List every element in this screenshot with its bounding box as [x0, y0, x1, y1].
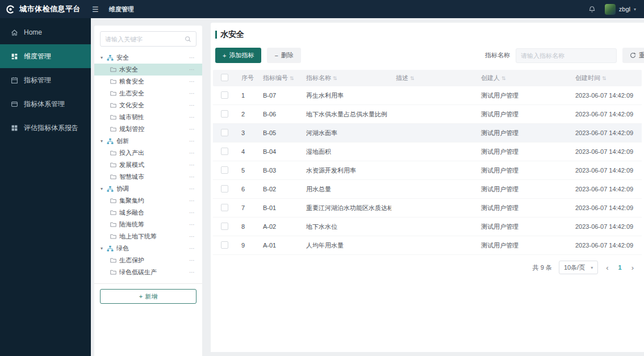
- tree-item[interactable]: 文化安全⋯: [94, 99, 202, 111]
- more-icon[interactable]: ⋯: [189, 210, 195, 216]
- sidebar: Home维度管理指标管理指标体系管理评估指标体系报告: [0, 18, 91, 356]
- more-icon[interactable]: ⋯: [189, 102, 195, 108]
- sort-icon[interactable]: ⇅: [290, 76, 294, 81]
- table-row[interactable]: 4B-04湿地面积测试用户管理2023-06-07 14:42:09: [213, 143, 642, 161]
- more-icon[interactable]: ⋯: [189, 186, 195, 192]
- tree-item[interactable]: 智慧城市⋯: [94, 171, 202, 183]
- page-size-select[interactable]: 10条/页 ▾: [559, 261, 598, 274]
- sidebar-item-indicator-system-management[interactable]: 指标体系管理: [0, 92, 91, 116]
- column-header-desc[interactable]: 描述⇅: [391, 74, 476, 82]
- sidebar-item-dimension-management[interactable]: 维度管理: [0, 44, 91, 68]
- cell-creator: 测试用户管理: [476, 129, 571, 137]
- user-menu[interactable]: zbgl ▾: [605, 4, 636, 15]
- caret-down-icon[interactable]: ▾: [99, 186, 104, 191]
- tree-item[interactable]: 城市韧性⋯: [94, 111, 202, 123]
- tree-item[interactable]: 绿色低碳生产⋯: [94, 266, 202, 278]
- caret-down-icon[interactable]: ▾: [99, 55, 104, 60]
- row-checkbox[interactable]: [221, 129, 228, 136]
- page-number-1[interactable]: 1: [617, 264, 624, 271]
- column-header-creator[interactable]: 创建人⇅: [476, 74, 571, 82]
- more-icon[interactable]: ⋯: [189, 150, 195, 156]
- sidebar-item-home[interactable]: Home: [0, 20, 91, 44]
- more-icon[interactable]: ⋯: [189, 66, 195, 73]
- row-checkbox[interactable]: [221, 110, 228, 118]
- caret-down-icon[interactable]: ▾: [99, 139, 104, 144]
- indicator-name-input[interactable]: [516, 48, 617, 63]
- table-row[interactable]: 7B-01重要江河湖泊水功能区水质达标率测试用户管理2023-06-07 14:…: [213, 199, 642, 217]
- tree-item[interactable]: 规划管控⋯: [94, 123, 202, 135]
- breadcrumb[interactable]: 维度管理: [109, 5, 134, 14]
- tree-item[interactable]: 生态安全⋯: [94, 87, 202, 99]
- reset-button[interactable]: 重置: [622, 48, 644, 63]
- tree-nodes: ▾安全⋯水安全⋯粮食安全⋯生态安全⋯文化安全⋯城市韧性⋯规划管控⋯▾创新⋯投入产…: [94, 52, 202, 278]
- table-row[interactable]: 2B-06地下水供水量占总供水量比例测试用户管理2023-06-07 14:42…: [213, 105, 642, 124]
- more-icon[interactable]: ⋯: [189, 78, 195, 85]
- more-icon[interactable]: ⋯: [189, 221, 195, 228]
- caret-down-icon[interactable]: ▾: [99, 246, 104, 251]
- row-checkbox[interactable]: [221, 91, 228, 99]
- table-row[interactable]: 8A-02地下水水位测试用户管理2023-06-07 14:42:09: [213, 217, 642, 236]
- bell-icon[interactable]: [588, 6, 596, 13]
- next-page-button[interactable]: ›: [630, 263, 635, 272]
- add-indicator-button[interactable]: + 添加指标: [215, 48, 261, 63]
- select-all-checkbox[interactable]: [221, 74, 228, 81]
- tree-item[interactable]: 地上地下统筹⋯: [94, 231, 202, 242]
- table-row[interactable]: 5B-03水资源开发利用率测试用户管理2023-06-07 14:42:09: [213, 161, 642, 180]
- cell-creator: 测试用户管理: [476, 91, 571, 100]
- sort-icon[interactable]: ⇅: [410, 76, 415, 81]
- more-icon[interactable]: ⋯: [189, 126, 195, 132]
- sort-icon[interactable]: ⇅: [333, 76, 337, 81]
- row-checkbox[interactable]: [221, 241, 228, 249]
- cell-time: 2023-06-07 14:42:09: [571, 167, 642, 174]
- tree-item[interactable]: 粮食安全⋯: [94, 76, 202, 87]
- tree-item[interactable]: 发展模式⋯: [94, 159, 202, 171]
- row-checkbox[interactable]: [221, 223, 228, 230]
- more-icon[interactable]: ⋯: [189, 114, 195, 120]
- sidebar-item-evaluation-report[interactable]: 评估指标体系报告: [0, 116, 91, 140]
- column-header-code[interactable]: 指标编号⇅: [258, 74, 302, 82]
- tree-group[interactable]: ▾创新⋯: [94, 135, 202, 147]
- more-icon[interactable]: ⋯: [189, 174, 195, 180]
- cell-code: B-03: [258, 167, 302, 174]
- column-header-time[interactable]: 创建时间⇅: [571, 74, 642, 82]
- more-icon[interactable]: ⋯: [189, 245, 195, 252]
- more-icon[interactable]: ⋯: [189, 55, 195, 61]
- tree-item[interactable]: 水安全⋯: [94, 64, 202, 76]
- cell-name: 湿地面积: [302, 148, 391, 156]
- minus-icon: −: [274, 52, 278, 59]
- sort-icon[interactable]: ⇅: [501, 76, 506, 81]
- row-checkbox[interactable]: [221, 148, 228, 155]
- more-icon[interactable]: ⋯: [189, 233, 195, 240]
- tree-search-input[interactable]: [105, 36, 181, 43]
- more-icon[interactable]: ⋯: [189, 90, 195, 97]
- tree-item[interactable]: 投入产出⋯: [94, 147, 202, 159]
- delete-button[interactable]: − 删除: [267, 48, 300, 63]
- tree-group[interactable]: ▾绿色⋯: [94, 242, 202, 254]
- table-row[interactable]: 9A-01人均年用水量测试用户管理2023-06-07 14:42:09: [213, 236, 642, 255]
- table-row[interactable]: 1B-07再生水利用率测试用户管理2023-06-07 14:42:09: [213, 86, 642, 105]
- sidebar-item-indicator-management[interactable]: 指标管理: [0, 68, 91, 92]
- folder-icon: [110, 126, 116, 132]
- menu-toggle-icon[interactable]: ☰: [92, 5, 99, 14]
- table-row[interactable]: 6B-02用水总量测试用户管理2023-06-07 14:42:09: [213, 180, 642, 199]
- row-checkbox[interactable]: [221, 185, 228, 192]
- more-icon[interactable]: ⋯: [189, 257, 195, 263]
- row-checkbox[interactable]: [221, 204, 228, 211]
- tree-item[interactable]: 生态保护⋯: [94, 254, 202, 266]
- tree-item[interactable]: 陆海统筹⋯: [94, 219, 202, 231]
- add-dimension-button[interactable]: + 新增: [100, 289, 196, 304]
- sort-icon[interactable]: ⇅: [602, 76, 607, 81]
- table-row[interactable]: 3B-05河湖水面率测试用户管理2023-06-07 14:42:09: [213, 124, 642, 143]
- tree-item[interactable]: 集聚集约⋯: [94, 195, 202, 207]
- column-header-name[interactable]: 指标名称⇅: [302, 74, 391, 82]
- tree-group[interactable]: ▾安全⋯: [94, 52, 202, 64]
- more-icon[interactable]: ⋯: [189, 269, 195, 275]
- tree-group[interactable]: ▾协调⋯: [94, 183, 202, 195]
- select-all-cell: [213, 74, 237, 82]
- more-icon[interactable]: ⋯: [189, 138, 195, 144]
- tree-item[interactable]: 城乡融合⋯: [94, 207, 202, 219]
- more-icon[interactable]: ⋯: [189, 162, 195, 168]
- prev-page-button[interactable]: ‹: [605, 263, 609, 272]
- more-icon[interactable]: ⋯: [189, 198, 195, 204]
- row-checkbox[interactable]: [221, 166, 228, 174]
